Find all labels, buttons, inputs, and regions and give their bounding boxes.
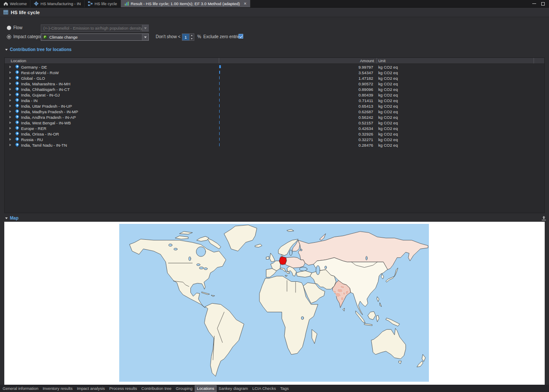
editor-tab-bar: Welcome HS Manufacturing - IN HS life cy… [0,0,549,8]
tab-hs-manufacturing[interactable]: HS Manufacturing - IN [30,0,84,7]
expand-icon[interactable] [9,144,11,146]
expand-icon[interactable] [9,116,11,118]
tree-row[interactable]: India, Chhattisgarh - IN-CT0.89096kg CO2… [5,86,544,92]
result-icon [124,1,129,6]
flow-select: (+-)-Citronellol - Emission to air/high … [41,24,149,32]
tab-grouping[interactable]: Grouping [174,386,194,392]
tab-hs-life-cycle[interactable]: HS life cycle [84,0,121,7]
tab-impact-analysis[interactable]: Impact analysis [75,386,106,392]
tree-row[interactable]: Rest-of-World - RoW3.54347kg CO2 eq [5,69,544,75]
baltic-sea [290,250,292,256]
tab-locations[interactable]: Locations [195,386,216,392]
expand-icon[interactable] [9,121,11,124]
tree-row[interactable]: Europe - RER0.42634kg CO2 eq [5,125,544,131]
expand-icon[interactable] [9,88,11,90]
collapse-icon[interactable] [5,217,8,219]
expand-icon[interactable] [9,71,11,74]
location-pin-icon [15,103,19,108]
tab-sankey-diagram[interactable]: Sankey diagram [217,386,250,392]
expand-icon[interactable] [9,93,11,96]
impact-category-radio[interactable] [7,35,11,39]
maximize-icon[interactable] [541,2,545,6]
tree-row[interactable]: India, Andhra Pradesh - IN-AP0.56242kg C… [5,114,544,120]
tab-inventory-results[interactable]: Inventory results [41,386,74,392]
map-section-header[interactable]: Map [5,216,18,220]
tab-label: Result - HS life cycle; 1.00 Item(s); EF… [131,1,240,6]
location-pin-icon [15,64,19,69]
expand-icon[interactable] [9,105,11,107]
minimize-icon[interactable] [532,3,536,4]
impact-category-select[interactable]: Climate change [41,33,149,41]
location-pin-icon [15,75,19,80]
tab-lcia-checks[interactable]: LCIA Checks [250,386,278,392]
spinner-up-icon[interactable] [190,34,194,37]
tab-general-information[interactable]: General information [1,386,40,392]
tree-row[interactable]: Russia - RU0.32271kg CO2 eq [5,136,544,142]
cutoff-value[interactable]: 1 [182,34,189,40]
location-pin-icon [15,86,19,91]
flow-radio[interactable] [7,26,11,30]
expand-icon[interactable] [9,133,11,135]
location-pin-icon [15,125,19,130]
tree-row[interactable]: India, Tamil Nadu - IN-TN0.28476kg CO2 e… [5,142,544,148]
map-panel [4,222,545,385]
expand-icon[interactable] [9,99,11,102]
location-pin-icon [15,114,19,119]
export-map-icon[interactable] [541,216,546,221]
tab-welcome[interactable]: Welcome [0,0,30,7]
tree-row[interactable]: India, Orissa - IN-OR0.32926kg CO2 eq [5,131,544,136]
table-body: Germany - DE9.99797kg CO2 eq Rest-of-Wor… [5,64,544,148]
tree-row[interactable]: India, Gujarat - IN-GJ0.80439kg CO2 eq [5,92,544,97]
lake-baikal [366,256,368,260]
impact-category-label: Impact category [13,34,44,39]
world-map[interactable] [119,224,429,382]
cutoff-spinner[interactable]: 1 [182,33,194,41]
table-header[interactable]: Location Amount Unit [5,58,544,64]
page-title: HS life cycle [11,10,40,15]
tree-section-header[interactable]: Contribution tree for locations [5,47,72,52]
column-location[interactable]: Location [11,58,26,63]
location-pin-icon [15,142,19,147]
tree-row[interactable]: Germany - DE9.99797kg CO2 eq [5,64,544,69]
product-system-icon [88,1,93,6]
impact-category-icon [43,35,47,39]
black-sea [299,267,307,271]
expand-icon[interactable] [9,138,11,141]
tab-contribution-tree[interactable]: Contribution tree [140,386,173,392]
result-table-icon [3,10,8,15]
spinner-down-icon[interactable] [190,37,194,41]
tree-row[interactable]: India - IN0.71411kg CO2 eq [5,97,544,103]
expand-icon[interactable] [9,66,11,68]
process-icon [34,1,39,6]
spinner-buttons [189,34,194,40]
collapse-icon[interactable] [5,49,8,51]
location-pin-icon [15,97,19,102]
expand-icon[interactable] [9,82,11,85]
map-section-title: Map [10,216,18,220]
expand-icon[interactable] [9,127,11,130]
contribution-tree-table: Location Amount Unit Germany - DE9.99797… [4,57,545,213]
tab-label: HS life cycle [94,1,117,6]
column-amount[interactable]: Amount [219,58,374,63]
exclude-zero-label: Exclude zero entries [203,34,242,39]
column-unit[interactable]: Unit [378,58,386,63]
tree-row[interactable]: India, Madhya Pradesh - IN-MP0.62687kg C… [5,109,544,114]
tree-row[interactable]: India, West Bengal - IN-WB0.52157kg CO2 … [5,120,544,125]
tree-row[interactable]: India, Maharashtra - IN-MH0.90572kg CO2 … [5,81,544,86]
close-tab-icon[interactable]: × [244,1,246,6]
expand-icon[interactable] [9,110,11,113]
tab-result[interactable]: Result - HS life cycle; 1.00 Item(s); EF… [121,0,250,7]
location-pin-icon [15,92,19,96]
flow-label: Flow [13,25,22,30]
tab-tags[interactable]: Tags [278,386,290,392]
tree-row[interactable]: India, Uttar Pradesh - IN-UP0.65413kg CO… [5,103,544,109]
expand-icon[interactable] [9,77,11,79]
lake-victoria [301,317,304,320]
location-pin-icon [15,120,19,124]
tab-process-results[interactable]: Process results [108,386,139,392]
result-page-tabs: General information Inventory results Im… [0,385,549,392]
exclude-zero-checkbox[interactable] [238,34,243,39]
tab-label: HS Manufacturing - IN [40,1,81,6]
tree-row[interactable]: Global - GLO1.47182kg CO2 eq [5,75,544,81]
impact-category-arrow[interactable] [142,34,148,40]
